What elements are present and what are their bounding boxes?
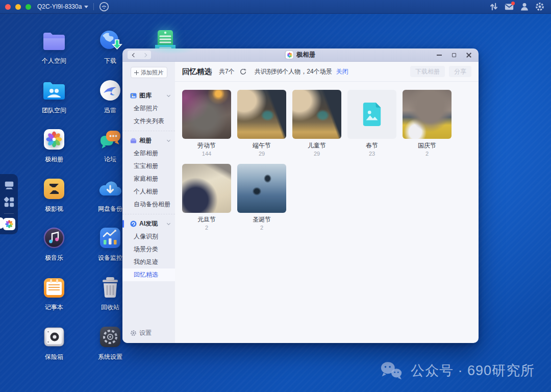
albums-grid: 劳动节 144 端午节 29 儿童节 29 — [182, 90, 458, 231]
desktop-icon-label: 回收站 — [101, 303, 119, 312]
album-card[interactable]: 儿童节 29 — [292, 90, 341, 157]
maximize-button[interactable] — [451, 52, 457, 58]
album-thumbnail — [237, 90, 286, 139]
toolbar: 回忆精选 共7个 共识别到6个人物，24个场景 关闭 下载相册 分享 — [175, 62, 479, 82]
sidebar-group-gallery[interactable]: 图库 — [122, 89, 175, 102]
desktop-icon-safe[interactable]: 保险箱 — [26, 324, 82, 373]
sidebar-item-personal-album[interactable]: 个人相册 — [122, 185, 175, 198]
minimize-traffic-light[interactable] — [15, 4, 21, 10]
sidebar-divider — [122, 214, 175, 214]
photos-app-window: 极相册 添加照片 图库 — [122, 48, 479, 343]
device-name-dropdown[interactable]: Q2C-YI9I-8330a — [37, 3, 88, 10]
minimize-icon — [437, 55, 442, 56]
dock-partial-app-icon[interactable] — [0, 217, 4, 229]
settings-label: 设置 — [139, 329, 152, 337]
sidebar-nav: 图库 全部照片 文件夹列表 相册 全部相册 宝宝相册 家庭相册 — [122, 89, 175, 281]
system-settings-icon — [97, 324, 123, 350]
transfer-icon[interactable] — [489, 2, 499, 12]
wechat-icon — [380, 360, 404, 381]
sidebar-item-folder-list[interactable]: 文件夹列表 — [122, 115, 175, 128]
chevron-right-icon — [142, 53, 146, 57]
album-card[interactable]: 春节 23 — [347, 90, 396, 157]
device-monitor-icon — [97, 225, 123, 251]
sidebar-item-my-footprints[interactable]: 我的足迹 — [122, 256, 175, 268]
sidebar-item-scene-classification[interactable]: 场景分类 — [122, 243, 175, 256]
gear-icon — [130, 330, 137, 336]
album-card[interactable]: 圣诞节 2 — [237, 164, 286, 231]
mail-icon[interactable] — [504, 2, 514, 12]
image-file-icon — [361, 102, 383, 127]
add-photos-button[interactable]: 添加照片 — [131, 67, 167, 78]
album-card[interactable]: 端午节 29 — [237, 90, 286, 157]
close-button[interactable] — [466, 52, 472, 58]
share-button[interactable]: 分享 — [449, 66, 471, 77]
add-photos-label: 添加照片 — [141, 69, 163, 77]
album-thumbnail — [403, 90, 452, 139]
sidebar-item-all-photos[interactable]: 全部照片 — [122, 102, 175, 115]
sidebar-divider — [122, 131, 175, 131]
forward-button[interactable] — [139, 51, 151, 59]
topbar-separator — [93, 3, 94, 10]
user-icon[interactable] — [519, 2, 530, 12]
album-icon — [130, 137, 137, 144]
download-album-button[interactable]: 下载相册 — [410, 66, 445, 77]
minimize-button[interactable] — [436, 52, 442, 58]
recognition-status: 共识别到6个人物，24个场景 — [255, 67, 332, 76]
desktop-icon-notes[interactable]: 记事本 — [26, 274, 82, 324]
sidebar-item-auto-backup-album[interactable]: 自动备份相册 — [122, 198, 175, 211]
watermark: 公众号 · 690研究所 — [380, 360, 535, 381]
apps-grid-icon[interactable] — [4, 197, 15, 208]
dock-divider — [4, 213, 14, 214]
traffic-lights[interactable] — [5, 4, 31, 10]
refresh-button[interactable] — [240, 68, 246, 75]
photos-app-dock-icon[interactable] — [3, 218, 15, 230]
desktop-icon-grid: 个人空间 团队空间 极相册 极影视 极音乐 — [26, 28, 138, 373]
gallery-icon — [130, 92, 137, 99]
sidebar-group-ai-discover[interactable]: AI发现 — [122, 217, 175, 230]
chevron-down-icon — [167, 93, 170, 97]
personal-folder-icon — [41, 28, 67, 54]
album-card[interactable]: 元旦节 2 — [182, 164, 231, 231]
album-thumbnail — [237, 164, 286, 213]
album-count: 共7个 — [219, 67, 235, 76]
sidebar-item-family-album[interactable]: 家庭相册 — [122, 173, 175, 185]
photos-app-icon — [286, 51, 293, 59]
desktop-icon-personal-space[interactable]: 个人空间 — [26, 28, 82, 77]
device-name-label: Q2C-YI9I-8330a — [37, 3, 82, 10]
watermark-text: 公众号 · 690研究所 — [411, 361, 535, 380]
album-card[interactable]: 国庆节 2 — [403, 90, 452, 157]
window-titlebar[interactable]: 极相册 — [122, 48, 479, 62]
close-banner-link[interactable]: 关闭 — [336, 67, 348, 76]
refresh-icon — [240, 68, 246, 75]
chevron-down-icon — [167, 138, 170, 142]
desktop-icon-video[interactable]: 极影视 — [26, 176, 82, 225]
nav-pill — [128, 51, 151, 59]
sidebar-group-label: AI发现 — [139, 219, 158, 228]
sidebar-item-all-albums[interactable]: 全部相册 — [122, 147, 175, 160]
sidebar-item-face-recognition[interactable]: 人像识别 — [122, 230, 175, 243]
maximize-icon — [452, 53, 456, 57]
album-thumbnail — [292, 90, 341, 139]
sidebar-item-memories[interactable]: 回忆精选 — [122, 268, 175, 281]
sidebar-group-albums[interactable]: 相册 — [122, 134, 175, 147]
desktop-icon-team-space[interactable]: 团队空间 — [26, 77, 82, 127]
video-app-icon — [41, 176, 67, 202]
window-title-label: 极相册 — [296, 51, 316, 59]
desktop-icon-photos[interactable]: 极相册 — [26, 126, 82, 176]
window-sidebar: 添加照片 图库 全部照片 文件夹列表 — [122, 62, 175, 343]
window-title: 极相册 — [286, 51, 316, 59]
display-icon[interactable] — [4, 180, 15, 191]
remote-access-icon[interactable] — [99, 2, 109, 12]
album-thumbnail — [182, 164, 231, 213]
settings-icon[interactable] — [535, 2, 545, 12]
back-button[interactable] — [128, 51, 139, 59]
sidebar-item-baby-album[interactable]: 宝宝相册 — [122, 160, 175, 173]
settings-button[interactable]: 设置 — [130, 329, 152, 337]
close-traffic-light[interactable] — [5, 4, 11, 10]
fullscreen-traffic-light[interactable] — [26, 4, 31, 10]
chevron-down-icon — [84, 6, 88, 8]
desktop-icon-music[interactable]: 极音乐 — [26, 225, 82, 274]
album-card[interactable]: 劳动节 144 — [182, 90, 231, 157]
desktop-icon-label: 论坛 — [104, 155, 116, 164]
close-icon — [466, 53, 471, 58]
